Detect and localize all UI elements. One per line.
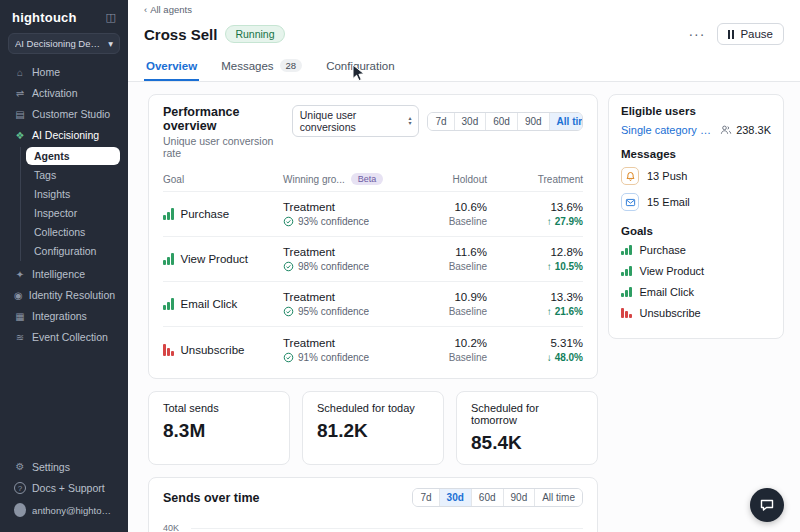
- sends-range-60d-button[interactable]: 60d: [472, 489, 504, 506]
- select-chevrons-icon: ▴▾: [408, 116, 411, 126]
- sidebar-item-collections[interactable]: Collections: [26, 223, 120, 241]
- pause-icon: [728, 30, 734, 39]
- sidebar-item-insights[interactable]: Insights: [26, 185, 120, 203]
- integrations-icon: ▦: [14, 311, 26, 322]
- sidebar-item-integrations[interactable]: ▦ Integrations: [8, 306, 120, 326]
- sidebar-item-intelligence[interactable]: ✦ Intelligence: [8, 264, 120, 284]
- audience-link[interactable]: Single category pur...: [621, 124, 714, 136]
- breadcrumb: ‹ All agents: [128, 0, 800, 17]
- push-messages-item[interactable]: 13 Push: [621, 167, 771, 185]
- sidebar-item-settings[interactable]: ⚙ Settings: [8, 457, 120, 477]
- sends-range-90d-button[interactable]: 90d: [504, 489, 536, 506]
- goal-item-email-click[interactable]: Email Click: [621, 286, 771, 298]
- metric-select[interactable]: Unique user conversions ▴▾: [292, 105, 420, 137]
- back-chevron-icon[interactable]: ‹: [144, 4, 147, 15]
- user-menu[interactable]: anthony@hightouch.io: [8, 499, 120, 521]
- sidebar-item-ai-decisioning[interactable]: ❖ AI Decisioning: [8, 125, 120, 145]
- sends-range-30d-button[interactable]: 30d: [440, 489, 472, 506]
- confidence-check-icon: [283, 216, 294, 227]
- y-axis-tick: 40K: [163, 523, 179, 532]
- sidebar-item-activation[interactable]: ⇌ Activation: [8, 83, 120, 103]
- stats-row: Total sends 8.3M Scheduled for today 81.…: [148, 391, 598, 465]
- performance-table: Goal Winning gro... Beta Holdout Treatme…: [149, 165, 597, 378]
- messages-title: Messages: [621, 148, 771, 160]
- confidence-check-icon: [283, 261, 294, 272]
- sidebar-item-tags[interactable]: Tags: [26, 166, 120, 184]
- scheduled-tomorrow-card: Scheduled for tomorrow 85.4K: [456, 391, 598, 465]
- sends-over-time-card: Sends over time 7d 30d 60d 90d All time …: [148, 477, 598, 532]
- sidebar-item-customer-studio[interactable]: ▤ Customer Studio: [8, 104, 120, 124]
- bar-chart-icon: [621, 245, 632, 255]
- bar-chart-icon: [163, 298, 174, 310]
- more-options-button[interactable]: ···: [684, 24, 709, 44]
- mail-icon: [625, 197, 636, 208]
- identity-resolution-icon: ◉: [14, 290, 23, 301]
- goal-item-view-product[interactable]: View Product: [621, 265, 771, 277]
- scheduled-today-card: Scheduled for today 81.2K: [302, 391, 444, 465]
- sends-range-7d-button[interactable]: 7d: [413, 489, 439, 506]
- home-icon: ⌂: [14, 67, 26, 78]
- ai-decisioning-icon: ❖: [14, 130, 26, 141]
- sidebar-item-identity-resolution[interactable]: ◉ Identity Resolution: [8, 285, 120, 305]
- table-row[interactable]: Email Click Treatment 95% confidence 10.…: [163, 282, 583, 327]
- main-area: ‹ All agents Cross Sell Running ··· Paus…: [128, 0, 800, 532]
- avatar: [14, 503, 26, 517]
- table-row[interactable]: Unsubscribe Treatment 91% confidence 10.…: [163, 327, 583, 372]
- tab-configuration[interactable]: Configuration: [324, 55, 396, 81]
- page-title: Cross Sell: [144, 26, 217, 43]
- range-90d-button[interactable]: 90d: [518, 113, 550, 130]
- sidebar-item-home[interactable]: ⌂ Home: [8, 62, 120, 82]
- bar-chart-icon: [163, 208, 174, 220]
- tab-bar: Overview Messages 28 Configuration: [128, 49, 800, 82]
- customer-studio-icon: ▤: [14, 109, 26, 120]
- ai-decisioning-subnav: Agents Tags Insights Inspector Collectio…: [20, 147, 120, 261]
- sends-range-selector: 7d 30d 60d 90d All time: [412, 488, 583, 507]
- table-row[interactable]: View Product Treatment 98% confidence 11…: [163, 237, 583, 282]
- sidebar-item-agents[interactable]: Agents: [26, 147, 120, 165]
- chat-bubble-icon: [759, 497, 775, 513]
- performance-subtitle: Unique user conversion rate: [163, 135, 284, 159]
- sidebar-item-inspector[interactable]: Inspector: [26, 204, 120, 222]
- sidebar-collapse-icon[interactable]: ◫: [106, 11, 116, 24]
- goals-title: Goals: [621, 225, 771, 237]
- sidebar-item-configuration[interactable]: Configuration: [26, 242, 120, 260]
- table-row[interactable]: Purchase Treatment 93% confidence 10.6% …: [163, 192, 583, 237]
- page-header: Cross Sell Running ··· Pause: [128, 17, 800, 49]
- intelligence-icon: ✦: [14, 269, 26, 280]
- pause-button[interactable]: Pause: [717, 23, 784, 45]
- range-60d-button[interactable]: 60d: [486, 113, 518, 130]
- goal-item-unsubscribe[interactable]: Unsubscribe: [621, 307, 771, 319]
- email-messages-item[interactable]: 15 Email: [621, 193, 771, 211]
- tab-overview[interactable]: Overview: [144, 55, 199, 81]
- scheduled-today-value: 81.2K: [317, 420, 429, 442]
- chat-support-button[interactable]: [750, 488, 784, 522]
- tab-messages[interactable]: Messages 28: [219, 55, 304, 81]
- arrow-up-icon: ↑: [547, 216, 555, 227]
- sends-chart: 40K: [163, 515, 583, 532]
- performance-overview-card: Performance overview Unique user convers…: [148, 94, 598, 379]
- eligible-count: 238.3K: [736, 124, 771, 136]
- gear-icon: ⚙: [14, 461, 26, 472]
- eligible-users-card: Eligible users Single category pur... 23…: [608, 94, 784, 339]
- bar-chart-icon: [621, 287, 632, 297]
- sidebar-item-event-collection[interactable]: ≋ Event Collection: [8, 327, 120, 347]
- range-30d-button[interactable]: 30d: [455, 113, 487, 130]
- messages-count-badge: 28: [280, 59, 303, 72]
- page-content: Performance overview Unique user convers…: [128, 82, 800, 532]
- scheduled-tomorrow-value: 85.4K: [471, 432, 583, 454]
- sends-range-alltime-button[interactable]: All time: [535, 489, 582, 506]
- workspace-selector[interactable]: AI Decisioning Demo - ... ▾: [8, 33, 120, 54]
- performance-title: Performance overview: [163, 105, 284, 133]
- confidence-check-icon: [283, 306, 294, 317]
- users-icon: [720, 124, 732, 136]
- goal-item-purchase[interactable]: Purchase: [621, 244, 771, 256]
- beta-badge: Beta: [351, 173, 384, 185]
- hightouch-logo: hightouch: [12, 10, 77, 25]
- range-7d-button[interactable]: 7d: [428, 113, 454, 130]
- sidebar: hightouch ◫ AI Decisioning Demo - ... ▾ …: [0, 0, 128, 532]
- bar-chart-icon: [621, 266, 632, 276]
- sidebar-item-docs-support[interactable]: ? Docs + Support: [8, 478, 120, 499]
- event-collection-icon: ≋: [14, 332, 26, 343]
- range-alltime-button[interactable]: All time: [550, 113, 583, 130]
- breadcrumb-all-agents[interactable]: All agents: [150, 4, 192, 15]
